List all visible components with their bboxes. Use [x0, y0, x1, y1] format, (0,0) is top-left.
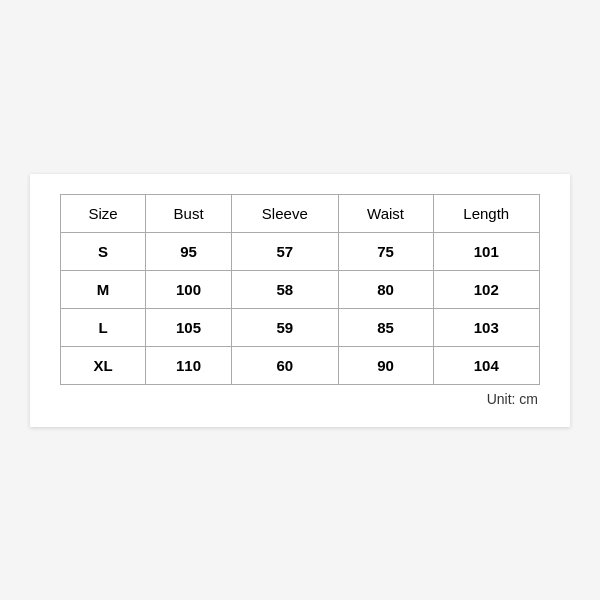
cell-length: 103 [433, 308, 540, 346]
cell-size: S [61, 232, 146, 270]
table-row: L1055985103 [61, 308, 540, 346]
cell-bust: 95 [146, 232, 232, 270]
cell-size: L [61, 308, 146, 346]
table-header-row: Size Bust Sleeve Waist Length [61, 194, 540, 232]
cell-waist: 90 [338, 346, 433, 384]
size-chart-table: Size Bust Sleeve Waist Length S955775101… [60, 194, 540, 385]
cell-bust: 100 [146, 270, 232, 308]
col-header-sleeve: Sleeve [232, 194, 338, 232]
cell-length: 101 [433, 232, 540, 270]
col-header-size: Size [61, 194, 146, 232]
size-chart-container: Size Bust Sleeve Waist Length S955775101… [30, 174, 570, 427]
table-row: M1005880102 [61, 270, 540, 308]
cell-length: 102 [433, 270, 540, 308]
col-header-bust: Bust [146, 194, 232, 232]
cell-length: 104 [433, 346, 540, 384]
cell-waist: 85 [338, 308, 433, 346]
unit-label: Unit: cm [60, 391, 540, 407]
cell-sleeve: 58 [232, 270, 338, 308]
cell-size: M [61, 270, 146, 308]
col-header-waist: Waist [338, 194, 433, 232]
cell-sleeve: 60 [232, 346, 338, 384]
cell-bust: 110 [146, 346, 232, 384]
table-row: S955775101 [61, 232, 540, 270]
cell-sleeve: 57 [232, 232, 338, 270]
cell-bust: 105 [146, 308, 232, 346]
table-row: XL1106090104 [61, 346, 540, 384]
cell-sleeve: 59 [232, 308, 338, 346]
cell-size: XL [61, 346, 146, 384]
col-header-length: Length [433, 194, 540, 232]
cell-waist: 80 [338, 270, 433, 308]
cell-waist: 75 [338, 232, 433, 270]
